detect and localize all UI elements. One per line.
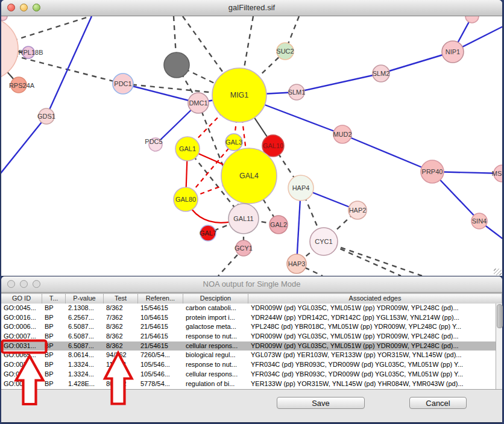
table-cell: BP	[42, 332, 66, 341]
node-label-PDC1: PDC1	[114, 80, 131, 87]
table-cell: 10/54615	[138, 313, 183, 323]
table-row[interactable]: GO:0050...BP1.428E...80/3625778/54...reg…	[1, 379, 502, 389]
table-row[interactable]: GO:0065...BP8.0614...94/3627260/54...bio…	[1, 351, 502, 360]
table-cell: GO:0006...	[1, 322, 42, 332]
table-cell: 8/362	[104, 304, 138, 313]
column-header-goid[interactable]: GO ID	[1, 294, 42, 304]
node-label-GAL1: GAL1	[179, 145, 196, 152]
table-cell: 15/54615	[138, 304, 183, 313]
edge-SLM1-SLM2	[297, 73, 381, 92]
node-gray[interactable]	[164, 52, 189, 78]
column-header-referen[interactable]: Referen...	[138, 294, 183, 304]
table-body: GO:0045...BP2.1308...8/36215/54615carbon…	[1, 304, 502, 390]
column-header-t[interactable]: T...	[42, 294, 66, 304]
edge-CYC1-700,457	[324, 242, 422, 276]
table-cell: regulation of bi...	[183, 379, 248, 389]
table-cell: YER133W (pp) YOR315W, YNL145W (pd) YHR08…	[248, 379, 502, 389]
noa-output-window: NOA output for Single Mode GO IDT...P-va…	[1, 276, 502, 422]
table-cell: 11/362	[104, 360, 138, 370]
noa-window-titlebar[interactable]: NOA output for Single Mode	[1, 276, 502, 293]
node-label-DMC1: DMC1	[189, 99, 207, 107]
button-row: Save Cancel	[1, 397, 502, 410]
table-cell: 7260/54...	[138, 351, 183, 360]
table-cell: 6.2567...	[66, 313, 104, 323]
column-header-desciption[interactable]: Desciption	[183, 294, 248, 304]
node-label-GAL80: GAL80	[175, 196, 196, 203]
table-cell: YDR009W (pd) YGL035C, YML051W (pp) YDR00…	[248, 332, 502, 341]
network-window-titlebar[interactable]: galFiltered.sif	[1, 0, 502, 16]
table-cell: GO:0031...	[1, 341, 42, 351]
table-cell: 8.0614...	[66, 351, 104, 360]
table-cell: BP	[42, 370, 66, 379]
node-topclip[interactable]	[465, 16, 479, 23]
node-label-SLM2: SLM2	[373, 70, 390, 77]
node-label-GAL2: GAL2	[270, 221, 287, 228]
network-window-title: galFiltered.sif	[1, 0, 502, 16]
column-header-associatededges[interactable]: Associated edges	[248, 294, 502, 304]
network-canvas[interactable]: RPL18BRPS24AGDS1PDC1DMC1MIG1SUC2SLM1SLM2…	[1, 16, 502, 276]
table-cell: 21/54615	[138, 341, 183, 351]
table-cell: GO:0031...	[1, 360, 42, 370]
table-cell: GO:0007...	[1, 332, 42, 341]
table-cell: GO:0031...	[1, 370, 42, 379]
node-label-HAP2: HAP2	[349, 207, 367, 214]
table-cell: cellular respons...	[183, 341, 248, 351]
table-cell: 105/546...	[138, 360, 183, 370]
node-label-CYC1: CYC1	[315, 238, 332, 245]
node-bigleft[interactable]	[1, 17, 18, 80]
edge-PDC1-DMC1	[123, 84, 198, 103]
node-label-MIG1: MIG1	[230, 91, 249, 99]
edge-MUD2-PRP40	[342, 134, 432, 172]
table-cell: 5778/54...	[138, 379, 183, 389]
table-cell: YDR009W (pd) YGL035C, YML051W (pp) YDR00…	[248, 304, 502, 313]
node-label-GAL11: GAL11	[233, 215, 253, 222]
table-cell: 2.1308...	[66, 304, 104, 313]
table-row[interactable]: GO:0031...BP6.5087...8/36221/54615cellul…	[1, 341, 502, 351]
table-cell: 8/362	[104, 322, 138, 332]
node-label-SIN4: SIN4	[472, 217, 487, 225]
resize-grip[interactable]	[494, 269, 502, 275]
column-header-pvalue[interactable]: P-value	[66, 294, 104, 304]
node-label-HAP3: HAP3	[288, 260, 306, 267]
edge-GDS1-0,288	[1, 116, 46, 174]
table-row[interactable]: GO:0031...BP1.3324...11/362105/546...res…	[1, 360, 502, 370]
table-cell: protein import i...	[183, 313, 248, 323]
node-label-PDC5: PDC5	[145, 138, 162, 145]
desktop: galFiltered.sif RPL18BRPS24AGDS1PDC1DMC1…	[0, 0, 504, 424]
table-cell: BP	[42, 313, 66, 323]
table-cell: YPL248C (pd) YBR018C, YML051W (pp) YDR00…	[248, 322, 502, 332]
table-cell: 94/362	[104, 351, 138, 360]
node-label-MUD2: MUD2	[333, 131, 351, 138]
table-cell: 11/362	[104, 370, 138, 379]
table-cell: 6.5087...	[66, 322, 104, 332]
node-label-GAL7: GAL7	[200, 229, 216, 237]
table-cell: 1.3324...	[66, 360, 104, 370]
table-cell: 21/54615	[138, 332, 183, 341]
save-button[interactable]: Save	[277, 397, 365, 409]
network-window: galFiltered.sif RPL18BRPS24AGDS1PDC1DMC1…	[1, 0, 502, 275]
cancel-button[interactable]: Cancel	[409, 397, 467, 409]
table-cell: 8/362	[104, 341, 138, 351]
column-header-test[interactable]: Test	[104, 294, 138, 304]
table-cell: 80/362	[104, 379, 138, 389]
table-row[interactable]: GO:0006...BP6.5087...8/36221/54615galact…	[1, 322, 502, 332]
table-row[interactable]: GO:0045...BP2.1308...8/36215/54615carbon…	[1, 304, 502, 313]
table-cell: YDR244W (pp) YDR142C, YDR142C (pp) YGL15…	[248, 313, 502, 323]
table-row[interactable]: GO:0031...BP1.3324...11/362105/546...cel…	[1, 370, 502, 379]
vertical-scrollbar[interactable]	[496, 304, 502, 389]
table-cell: GO:0050...	[1, 379, 42, 389]
table-cell: galactose meta...	[183, 322, 248, 332]
table-cell: 6.5087...	[66, 341, 104, 351]
scrollbar-thumb[interactable]	[497, 304, 503, 328]
table-cell: BP	[42, 379, 66, 389]
table-cell: BP	[42, 322, 66, 332]
table-cell: GO:0016...	[1, 313, 42, 323]
node-label-GAL3: GAL3	[225, 139, 242, 146]
node-label-MSN: MSN	[492, 170, 502, 177]
table-cell: BP	[42, 341, 66, 351]
table-row[interactable]: GO:0016...BP6.2567...7/36210/54615protei…	[1, 313, 502, 323]
table-row[interactable]: GO:0007...BP6.5087...8/36221/54615respon…	[1, 332, 502, 341]
table-cell: 105/546...	[138, 370, 183, 379]
table-cell: GO:0065...	[1, 351, 42, 360]
node-cornerdot[interactable]	[1, 16, 7, 20]
